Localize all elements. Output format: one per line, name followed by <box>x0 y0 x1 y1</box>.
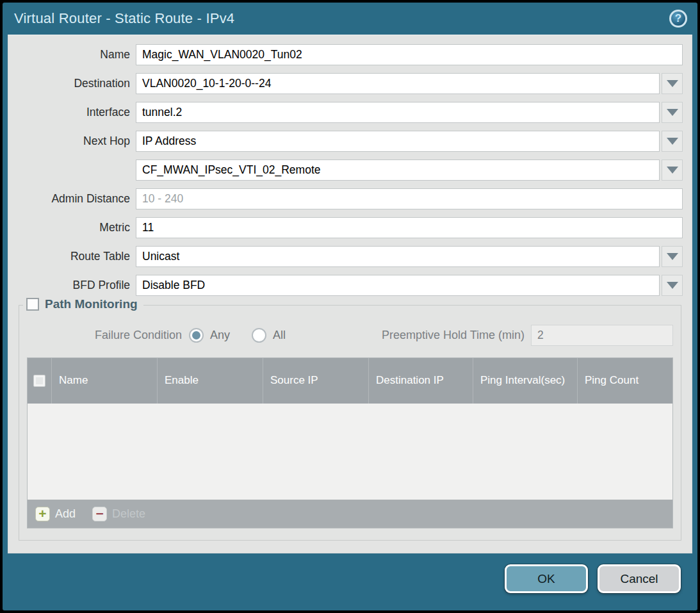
form-row-bfd-profile: BFD Profile <box>8 275 683 296</box>
form-row-next-hop: Next Hop <box>8 131 683 152</box>
add-button-label: Add <box>55 507 76 521</box>
table-header-select-cell <box>28 358 51 404</box>
form-row-interface: Interface <box>8 102 683 123</box>
next-hop-type-dropdown-button[interactable] <box>662 131 683 152</box>
select-all-checkbox[interactable] <box>33 375 45 387</box>
cancel-button[interactable]: Cancel <box>598 564 681 593</box>
dialog-title: Virtual Router - Static Route - IPv4 <box>14 10 669 27</box>
plus-icon: + <box>35 507 50 521</box>
chevron-down-icon <box>667 282 678 289</box>
route-table-label: Route Table <box>8 250 136 263</box>
admin-distance-input[interactable] <box>136 188 683 209</box>
next-hop-type-input[interactable] <box>136 131 660 152</box>
failure-condition-radio-group: Any All <box>189 328 307 343</box>
interface-label: Interface <box>8 106 136 119</box>
path-monitoring-table: Name Enable Source IP Destination IP Pin… <box>27 357 673 528</box>
interface-input[interactable] <box>136 102 660 123</box>
failure-condition-any-radio[interactable] <box>189 328 204 343</box>
interface-dropdown-button[interactable] <box>662 102 683 123</box>
next-hop-address-dropdown-button[interactable] <box>662 159 683 181</box>
ok-button[interactable]: OK <box>505 564 588 593</box>
table-body-empty <box>28 404 672 500</box>
column-header-ping-count: Ping Count <box>577 358 672 404</box>
form-row-route-table: Route Table <box>8 246 683 267</box>
route-table-dropdown-button[interactable] <box>662 246 683 267</box>
chevron-down-icon <box>667 253 678 260</box>
bfd-profile-dropdown-button[interactable] <box>662 275 683 296</box>
form-row-admin-distance: Admin Distance <box>8 188 683 209</box>
path-monitoring-group: Path Monitoring Failure Condition Any Al… <box>19 305 681 541</box>
path-monitoring-legend: Path Monitoring <box>23 297 143 311</box>
dialog-footer: OK Cancel <box>3 553 697 610</box>
failure-condition-row: Failure Condition Any All Preemptive Hol… <box>27 325 673 346</box>
chevron-down-icon <box>667 80 678 87</box>
column-header-source-ip: Source IP <box>263 358 368 404</box>
metric-label: Metric <box>8 221 136 234</box>
admin-distance-label: Admin Distance <box>8 192 136 206</box>
name-input[interactable] <box>136 44 683 65</box>
path-monitoring-checkbox[interactable] <box>26 298 39 311</box>
delete-button-label: Delete <box>112 507 145 521</box>
failure-condition-label: Failure Condition <box>27 329 189 342</box>
add-button[interactable]: + Add <box>35 507 76 521</box>
form-row-metric: Metric <box>8 217 683 238</box>
chevron-down-icon <box>667 167 678 174</box>
failure-condition-all-label: All <box>273 329 286 342</box>
path-monitoring-title: Path Monitoring <box>45 297 138 311</box>
column-header-destination-ip: Destination IP <box>368 358 473 404</box>
destination-dropdown-button[interactable] <box>662 73 683 94</box>
metric-input[interactable] <box>136 217 683 238</box>
dialog-content: Name Destination Interface Next Hop <box>8 35 692 553</box>
column-header-ping-interval: Ping Interval(sec) <box>473 358 577 404</box>
chevron-down-icon <box>667 109 678 116</box>
failure-condition-any-label: Any <box>210 329 230 342</box>
bfd-profile-label: BFD Profile <box>8 279 136 292</box>
name-label: Name <box>8 48 136 61</box>
delete-button[interactable]: − Delete <box>92 507 145 521</box>
column-header-name: Name <box>51 358 157 404</box>
next-hop-address-input[interactable] <box>136 159 660 181</box>
static-route-dialog: Virtual Router - Static Route - IPv4 ? N… <box>3 3 697 610</box>
destination-input[interactable] <box>136 73 660 94</box>
next-hop-label: Next Hop <box>8 135 136 148</box>
preemptive-hold-time-input[interactable] <box>531 325 673 346</box>
minus-icon: − <box>92 507 107 521</box>
table-header-row: Name Enable Source IP Destination IP Pin… <box>28 358 672 404</box>
bfd-profile-input[interactable] <box>136 275 660 296</box>
destination-label: Destination <box>8 77 136 90</box>
help-icon[interactable]: ? <box>669 10 687 28</box>
form-row-name: Name <box>8 44 683 65</box>
dialog-titlebar: Virtual Router - Static Route - IPv4 ? <box>3 3 697 35</box>
failure-condition-all-radio[interactable] <box>252 328 266 343</box>
chevron-down-icon <box>667 138 678 145</box>
route-table-input[interactable] <box>136 246 660 267</box>
column-header-enable: Enable <box>157 358 263 404</box>
table-toolbar: + Add − Delete <box>28 500 672 528</box>
preemptive-hold-time-label: Preemptive Hold Time (min) <box>307 329 531 342</box>
form-row-next-hop-address <box>8 159 683 181</box>
form-row-destination: Destination <box>8 73 683 94</box>
